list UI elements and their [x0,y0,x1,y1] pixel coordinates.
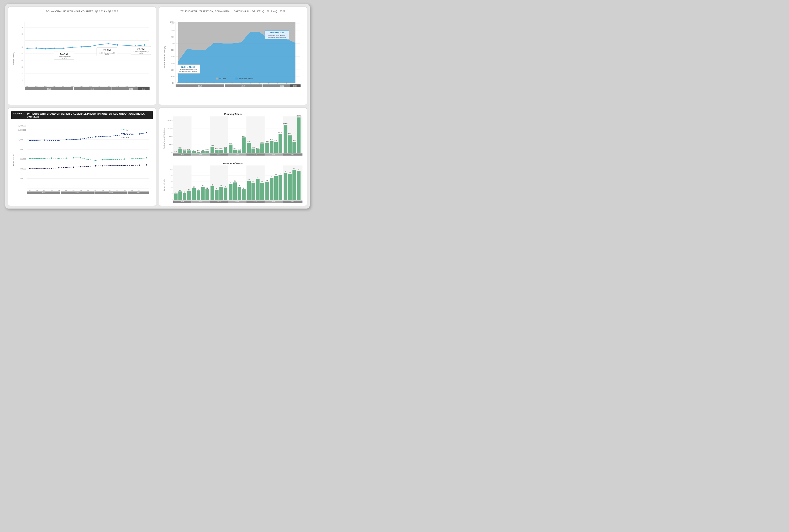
svg-point-28 [80,46,82,48]
svg-rect-350 [219,187,223,200]
svg-text:Funding Amount ($) in Millions: Funding Amount ($) in Millions [163,128,165,149]
svg-text:Q3: Q3 [43,189,45,191]
svg-text:22-44: 22-44 [126,133,131,135]
svg-point-147 [51,140,52,141]
svg-text:Q1: Q1 [62,86,65,87]
svg-point-168 [80,157,81,158]
svg-text:2022: 2022 [142,88,145,90]
svg-rect-338 [192,188,196,200]
svg-rect-254 [224,148,227,153]
svg-point-191 [124,165,126,166]
svg-rect-243 [174,153,178,153]
svg-point-183 [66,167,67,168]
panel-visit-volumes: BEHAVIORAL HEALTH VISIT VOLUMES, Q1 2019… [8,6,156,105]
svg-text:2019: 2019 [47,88,51,90]
svg-point-154 [102,136,104,137]
svg-text:2021: 2021 [291,154,294,155]
svg-text:Q4: Q4 [204,82,206,84]
svg-text:20: 20 [171,193,172,194]
svg-text:28: 28 [198,189,199,190]
svg-point-165 [58,158,59,159]
svg-text:Q2: Q2 [35,86,38,87]
svg-text:31: 31 [206,187,208,189]
svg-text:Q3: Q3 [80,86,83,87]
svg-rect-372 [270,178,274,200]
svg-text:Q4: Q4 [240,82,243,84]
svg-text:16.6% Change from Q1: 16.6% Change from Q1 [99,52,115,54]
svg-rect-259 [247,143,251,153]
svg-point-31 [108,43,109,44]
svg-text:100%: 100% [170,21,175,23]
svg-rect-370 [265,182,269,200]
svg-rect-334 [183,193,186,200]
svg-rect-362 [247,181,251,200]
svg-point-190 [117,165,118,166]
svg-text:25: 25 [179,190,181,191]
svg-rect-266 [278,134,282,153]
svg-text:2021: 2021 [280,85,284,87]
svg-text:behavioral health reasons: behavioral health reasons [179,71,197,72]
panel2-title: TELEHEALTH UTILIZATION, BEHAVIORAL HEALT… [162,10,304,13]
svg-text:$88: $88 [202,150,204,151]
svg-text:Behavioral Health: Behavioral Health [239,78,253,79]
svg-rect-253 [219,150,223,153]
svg-text:Q1 2019: Q1 2019 [61,58,67,59]
svg-rect-265 [274,142,278,153]
svg-text:38: 38 [220,185,222,187]
svg-text:2017: 2017 [217,201,221,203]
svg-text:All Other: All Other [219,78,226,79]
svg-text:Patient Volume: Patient Volume [13,154,15,166]
svg-point-156 [117,135,118,136]
svg-text:2015: 2015 [180,201,184,203]
svg-rect-360 [242,189,246,200]
svg-rect-264 [270,140,274,153]
svg-point-149 [66,139,67,140]
svg-text:$456: $456 [229,143,232,144]
svg-text:31: 31 [243,187,245,189]
svg-text:$164: $164 [215,148,218,150]
funding-chart: Funding Totals Funding Amount ($) in Mil… [162,111,304,159]
svg-text:behavioral health reasons: behavioral health reasons [268,36,286,38]
svg-point-152 [87,137,89,138]
svg-point-150 [73,139,74,140]
svg-rect-378 [284,173,288,200]
svg-point-27 [72,47,73,48]
svg-text:$1,507: $1,507 [283,123,288,125]
svg-text:59.9% of Q1 2022: 59.9% of Q1 2022 [270,32,284,34]
svg-rect-352 [224,188,227,200]
svg-text:80: 80 [171,174,172,176]
svg-text:Q2: Q2 [36,189,38,191]
svg-text:$849: $849 [242,135,245,137]
svg-text:2020: 2020 [109,192,113,194]
svg-rect-332 [178,191,182,200]
svg-text:29: 29 [216,188,217,190]
svg-rect-104 [235,78,238,79]
svg-point-193 [139,165,140,166]
svg-text:$177: $177 [233,148,237,149]
svg-rect-374 [274,176,278,200]
svg-point-144 [29,140,30,141]
svg-point-184 [73,167,74,168]
svg-point-175 [131,158,133,159]
svg-text:$95: $95 [193,150,195,151]
figure-label: FIGURE 2. [13,112,25,115]
svg-text:2015: 2015 [180,154,184,155]
svg-point-172 [109,159,111,160]
svg-point-170 [95,160,96,161]
svg-rect-256 [233,150,237,153]
svg-point-153 [95,136,96,137]
svg-rect-358 [238,187,241,200]
svg-rect-102 [216,78,218,79]
svg-text:1,000,000: 1,000,000 [18,139,26,140]
svg-text:Q2: Q2 [71,86,74,87]
svg-text:$120: $120 [205,149,209,151]
svg-point-167 [73,157,74,158]
svg-text:Number of Deals: Number of Deals [223,162,243,165]
svg-text:12: 12 [21,79,24,81]
dashboard: BEHAVIORAL HEALTH VISIT VOLUMES, Q1 2019… [5,4,310,209]
svg-rect-380 [288,174,292,200]
svg-text:50: 50 [253,181,254,182]
svg-text:$0: $0 [171,152,172,153]
svg-point-174 [124,158,126,160]
svg-text:$236: $236 [252,147,255,148]
